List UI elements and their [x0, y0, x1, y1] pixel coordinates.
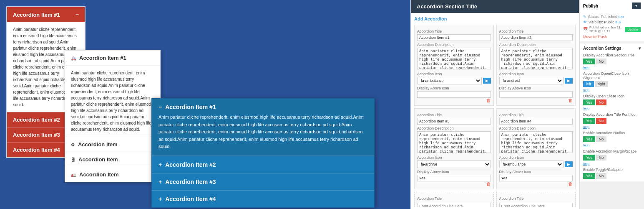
- card4-delete-btn[interactable]: 🗑: [568, 181, 573, 186]
- card6-title-input[interactable]: [499, 203, 573, 207]
- card3-display-input[interactable]: [417, 175, 491, 181]
- card1-title-input[interactable]: [417, 34, 491, 41]
- blue-acc-item4-header[interactable]: + Accordion Item #4: [152, 190, 374, 207]
- card5-title-label: Accordion Title: [417, 196, 491, 201]
- card1-desc-textarea[interactable]: Anim pariatur cliche reprehenderit, enim…: [417, 48, 491, 69]
- align-right-btn[interactable]: right: [595, 81, 608, 87]
- card2-icon-label: Accordion Icon: [499, 72, 573, 76]
- truck-icon: [71, 171, 76, 178]
- icon-acc-item4-header[interactable]: Accordion Item: [65, 167, 160, 182]
- card5-title-input[interactable]: [417, 203, 491, 207]
- card4-icon-select[interactable]: fa-ambulance: [499, 161, 564, 168]
- red-acc-item2-title: Accordion Item #2: [13, 117, 60, 123]
- card3-title-input[interactable]: [417, 118, 491, 125]
- radius-help-link[interactable]: help: [583, 143, 641, 147]
- card1-icon-select[interactable]: fa-ambulance: [417, 77, 482, 84]
- accordion-settings-title: Accordion Settings ▾: [583, 46, 641, 51]
- display-section-title-label: Display Accordion Section Title: [583, 53, 641, 57]
- enable-toggle-label: Enable Toggle/Collapse: [583, 168, 641, 172]
- card2-icon-row: fa-android ▶: [499, 77, 573, 84]
- card1-icon-btn[interactable]: ▶: [483, 78, 491, 84]
- enable-toggle-toggle: Yes No: [583, 173, 641, 179]
- status-edit-link[interactable]: Edit: [619, 15, 624, 19]
- publish-btn[interactable]: ▾: [632, 3, 641, 9]
- card2-delete-btn[interactable]: 🗑: [568, 98, 573, 103]
- margin-no-btn[interactable]: No: [596, 155, 607, 161]
- title-font-help-link[interactable]: help: [583, 125, 641, 129]
- radius-yes-btn[interactable]: Yes: [583, 136, 595, 142]
- cms-right-panel: Accordion Section Title Add Accordion Ac…: [410, 0, 644, 209]
- display-open-close-label: Display Open Close Icon: [583, 94, 641, 98]
- trash-update-row: Move to Trash: [583, 35, 641, 39]
- margin-help-link[interactable]: help: [583, 162, 641, 166]
- card3-desc-textarea[interactable]: Anim pariatur cliche reprehenderit, enim…: [417, 131, 491, 153]
- toggle-no-btn[interactable]: No: [596, 173, 607, 179]
- blue-acc-item2-header[interactable]: + Accordion Item #2: [152, 156, 374, 173]
- card4-title-input[interactable]: [499, 118, 573, 125]
- card2-display-input[interactable]: [499, 91, 573, 98]
- card3-title-label: Accordion Title: [417, 113, 491, 117]
- add-accordion-btn[interactable]: Add Accordion: [414, 16, 576, 21]
- display-open-yes-btn[interactable]: Yes: [583, 99, 595, 105]
- accordion-card-2: Accordion Title Accordion Description An…: [496, 25, 576, 106]
- status-icon: ✎: [583, 15, 586, 19]
- display-section-no-btn[interactable]: No: [596, 59, 607, 64]
- card3-delete-btn[interactable]: 🗑: [486, 181, 491, 186]
- visibility-edit-link[interactable]: Edit: [615, 20, 621, 24]
- title-font-no-btn[interactable]: No: [596, 118, 607, 124]
- red-acc-item1-header[interactable]: Accordion Item #1 −: [7, 7, 85, 22]
- open-close-help-link[interactable]: help: [583, 107, 641, 110]
- card4-desc-textarea[interactable]: Anim pariatur cliche reprehenderit, enim…: [499, 131, 573, 153]
- accordion-card-6: Accordion Title Accordion Description: [496, 192, 576, 207]
- display-title-font-label: Display Accordion Title Font Icon: [583, 112, 641, 117]
- blue-acc-item1: − Accordion Item #1 Anim pariatur cliche…: [152, 99, 374, 156]
- card2-display-label: Display Above Icon: [499, 86, 573, 90]
- blue-acc-item2-title: Accordion Item #2: [165, 161, 216, 168]
- align-left-btn[interactable]: left: [583, 81, 594, 87]
- toggle-yes-btn[interactable]: Yes: [583, 173, 595, 179]
- card2-icon-btn[interactable]: ▶: [565, 78, 573, 84]
- alignment-label: Accordion Open/Close Icon Alignment: [583, 71, 641, 80]
- card2-desc-textarea[interactable]: Anim pariatur cliche reprehenderit, enim…: [499, 48, 573, 69]
- icon-acc-item2-title: Accordion Item: [78, 141, 118, 148]
- card4-title-label: Accordion Title: [499, 113, 573, 117]
- card4-desc-label: Accordion Description: [499, 126, 573, 130]
- move-to-trash-link[interactable]: Move to Trash: [583, 35, 607, 39]
- blue-acc-item1-title: Accordion Item #1: [165, 104, 216, 110]
- display-open-no-btn[interactable]: No: [596, 99, 607, 105]
- display-section-yes-btn[interactable]: Yes: [583, 59, 595, 64]
- published-row: 📅 Published on: Jun 21, 2016 @ 11:12 Upd…: [583, 25, 641, 33]
- icon-acc-item2-header[interactable]: Accordion Item: [65, 137, 160, 152]
- display-section-help-link[interactable]: help: [583, 66, 641, 69]
- title-font-yes-btn[interactable]: Yes: [583, 118, 595, 124]
- card3-icon-select[interactable]: fa-archive: [417, 161, 491, 168]
- card2-title-input[interactable]: [499, 34, 573, 41]
- card4-icon-row: fa-ambulance ▶: [499, 161, 573, 168]
- card4-icon-btn[interactable]: ▶: [565, 161, 573, 167]
- card4-display-input[interactable]: [499, 175, 573, 181]
- blue-acc-item1-header[interactable]: − Accordion Item #1: [158, 104, 367, 110]
- card1-delete-btn[interactable]: 🗑: [486, 98, 491, 103]
- card1-display-input[interactable]: [417, 91, 491, 98]
- accordion-card-1: Accordion Title Accordion Description An…: [414, 25, 494, 106]
- visibility-icon: 👁: [583, 20, 587, 24]
- enable-radius-toggle: Yes No: [583, 136, 641, 142]
- display-open-close-toggle: Yes No: [583, 99, 641, 105]
- card2-icon-select[interactable]: fa-android: [499, 77, 564, 84]
- card2-desc-label: Accordion Description: [499, 43, 573, 47]
- accordion-settings-section: Accordion Settings ▾ Display Accordion S…: [580, 43, 644, 181]
- enable-margin-label: Enable Accordion Margin/Space: [583, 149, 641, 153]
- update-btn[interactable]: Update: [625, 27, 641, 32]
- alignment-help-link[interactable]: help: [583, 88, 641, 92]
- accordion-card-5: Accordion Title Accordion Description: [414, 192, 494, 207]
- blue-acc-item3-header[interactable]: + Accordion Item #3: [152, 173, 374, 190]
- radius-no-btn[interactable]: No: [596, 136, 607, 142]
- minus-icon: −: [158, 104, 162, 110]
- margin-yes-btn[interactable]: Yes: [583, 155, 595, 161]
- icon-acc-item3-header[interactable]: Accordion Item: [65, 152, 160, 167]
- blue-accordion-panel: − Accordion Item #1 Anim pariatur cliche…: [151, 98, 375, 208]
- icon-acc-item1-header[interactable]: Accordion Item #1: [65, 51, 160, 66]
- cms-main-area: Accordion Section Title Add Accordion Ac…: [411, 0, 579, 209]
- icon-acc-item4-title: Accordion Item: [79, 171, 119, 178]
- published-text: Published on: Jun 21, 2016 @ 11:12: [589, 25, 623, 33]
